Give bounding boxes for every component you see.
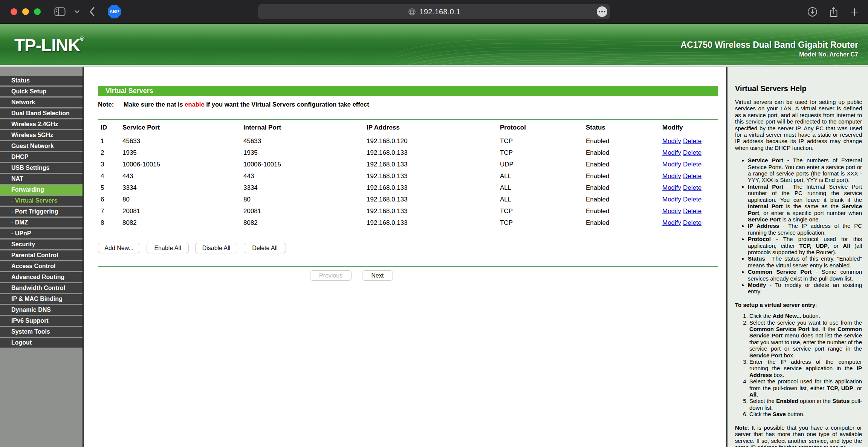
cell-status: Enabled	[586, 205, 662, 217]
sidebar-item-access-control[interactable]: Access Control	[0, 261, 83, 271]
cell-protocol: UDP	[500, 159, 586, 170]
next-button[interactable]: Next	[362, 270, 393, 281]
share-icon[interactable]	[829, 6, 839, 18]
cell-ip: 192.168.0.133	[367, 182, 500, 194]
cell-internal-port: 80	[243, 194, 367, 205]
cell-status: Enabled	[586, 135, 662, 147]
modify-link[interactable]: Modify	[662, 184, 681, 191]
sidebar-item-dynamic-dns[interactable]: Dynamic DNS	[0, 305, 83, 315]
modify-link[interactable]: Modify	[662, 207, 681, 215]
sidebar-item-nat[interactable]: NAT	[0, 174, 83, 184]
sidebar-item-ipv6-support[interactable]: IPv6 Support	[0, 316, 83, 326]
sidebar-item-forwarding[interactable]: Forwarding	[0, 185, 83, 195]
cell-modify: ModifyDelete	[662, 217, 718, 229]
modify-link[interactable]: Modify	[662, 196, 681, 203]
modify-link[interactable]: Modify	[662, 219, 681, 226]
sidebar-item-logout[interactable]: Logout	[0, 338, 83, 348]
adblock-extension-icon[interactable]: ABP	[108, 5, 121, 18]
sidebar-item-virtual-servers[interactable]: - Virtual Servers	[0, 196, 83, 206]
sidebar-item-bandwidth-control[interactable]: Bandwidth Control	[0, 283, 83, 293]
delete-link[interactable]: Delete	[683, 219, 701, 226]
add-new-button[interactable]: Add New...	[98, 243, 140, 253]
cell-modify: ModifyDelete	[662, 182, 718, 194]
url-text: 192.168.0.1	[420, 8, 461, 16]
cell-modify: ModifyDelete	[662, 194, 718, 205]
page-settings-icon[interactable]	[597, 6, 607, 17]
sidebar-item-usb-settings[interactable]: USB Settings	[0, 163, 83, 173]
sidebar-item-guest-network[interactable]: Guest Network	[0, 141, 83, 151]
sidebar-item-upnp[interactable]: - UPnP	[0, 229, 83, 238]
sidebar-toggle-icon[interactable]	[54, 7, 66, 17]
cell-protocol: ALL	[500, 182, 586, 194]
sidebar-item-parental-control[interactable]: Parental Control	[0, 250, 83, 260]
sidebar-item-port-triggering[interactable]: - Port Triggering	[0, 207, 83, 217]
back-icon[interactable]	[89, 6, 95, 17]
cell-protocol: TCP	[500, 135, 586, 147]
table-row: 533343334192.168.0.133ALLEnabledModifyDe…	[98, 182, 718, 194]
delete-link[interactable]: Delete	[683, 149, 701, 156]
cell-modify: ModifyDelete	[662, 205, 718, 217]
virtual-servers-table: IDService PortInternal PortIP AddressPro…	[98, 120, 718, 229]
sidebar-item-quick-setup[interactable]: Quick Setup	[0, 87, 83, 96]
sidebar-item-wireless-2-4ghz[interactable]: Wireless 2.4GHz	[0, 119, 83, 129]
sidebar-item-advanced-routing[interactable]: Advanced Routing	[0, 272, 83, 282]
modify-link[interactable]: Modify	[662, 149, 681, 156]
sidebar-item-status[interactable]: Status	[0, 76, 83, 85]
cell-modify: ModifyDelete	[662, 135, 718, 147]
sidebar-item-system-tools[interactable]: System Tools	[0, 327, 83, 337]
minimize-window-button[interactable]	[22, 8, 29, 15]
globe-icon	[408, 8, 416, 16]
help-bullet-item: Service Port - The numbers of External S…	[748, 157, 862, 183]
new-tab-icon[interactable]	[850, 8, 859, 17]
sidebar-item-dhcp[interactable]: DHCP	[0, 152, 83, 162]
chevron-down-icon[interactable]	[74, 10, 80, 14]
column-header-id: ID	[98, 120, 122, 135]
zoom-window-button[interactable]	[34, 8, 41, 15]
delete-link[interactable]: Delete	[683, 207, 701, 215]
sidebar-item-ip-mac-binding[interactable]: IP & MAC Binding	[0, 294, 83, 304]
cell-service-port: 3334	[122, 182, 243, 194]
cell-service-port: 1935	[122, 147, 243, 159]
downloads-icon[interactable]	[807, 7, 818, 17]
help-bullet-item: Internal Port - The Internal Service Por…	[748, 183, 862, 223]
close-window-button[interactable]	[11, 8, 17, 15]
cell-protocol: TCP	[500, 205, 586, 217]
address-bar[interactable]: 192.168.0.1	[258, 4, 610, 19]
help-setup-steps: Click the Add New... button.Select the s…	[735, 313, 862, 418]
sidebar-item-dual-band-selection[interactable]: Dual Band Selection	[0, 108, 83, 118]
product-title: AC1750 Wireless Dual Band Gigabit Router	[681, 40, 858, 50]
help-intro: Virtual servers can be used for setting …	[735, 99, 862, 151]
modify-link[interactable]: Modify	[662, 172, 681, 180]
table-row: 880828082192.168.0.133TCPEnabledModifyDe…	[98, 217, 718, 229]
cell-ip: 192.168.0.133	[367, 159, 500, 170]
table-body: 14563345633192.168.0.120TCPEnabledModify…	[98, 135, 718, 229]
cell-service-port: 45633	[122, 135, 243, 147]
previous-button[interactable]: Previous	[310, 270, 351, 281]
cell-service-port: 10006-10015	[122, 159, 243, 170]
cell-id: 6	[98, 194, 122, 205]
table-row: 4443443192.168.0.133ALLEnabledModifyDele…	[98, 170, 718, 182]
disable-all-button[interactable]: Disable All	[195, 243, 237, 253]
modify-link[interactable]: Modify	[662, 161, 681, 168]
help-bullet-item: Status - The status of this entry, "Enab…	[748, 255, 862, 269]
delete-link[interactable]: Delete	[683, 161, 701, 168]
sidebar-item-wireless-5ghz[interactable]: Wireless 5GHz	[0, 130, 83, 140]
note-highlight: enable	[185, 101, 204, 108]
help-bullet-item: Protocol - The protocol used for this ap…	[748, 236, 862, 255]
delete-link[interactable]: Delete	[683, 137, 701, 145]
column-header-internal-port: Internal Port	[243, 120, 367, 135]
window-controls	[11, 8, 41, 15]
enable-all-button[interactable]: Enable All	[147, 243, 189, 253]
sidebar-item-security[interactable]: Security	[0, 240, 83, 249]
delete-link[interactable]: Delete	[683, 196, 701, 203]
delete-link[interactable]: Delete	[683, 172, 701, 180]
page-title-bar: Virtual Servers	[98, 86, 718, 96]
cell-modify: ModifyDelete	[662, 170, 718, 182]
sidebar-item-network[interactable]: Network	[0, 98, 83, 107]
sidebar-item-dmz[interactable]: - DMZ	[0, 218, 83, 227]
table-row: 219351935192.168.0.133TCPEnabledModifyDe…	[98, 147, 718, 159]
delete-link[interactable]: Delete	[683, 184, 701, 191]
modify-link[interactable]: Modify	[662, 137, 681, 145]
delete-all-button[interactable]: Delete All	[244, 243, 286, 253]
help-bullet-item: Modify - To modify or delete an existing…	[748, 282, 862, 295]
